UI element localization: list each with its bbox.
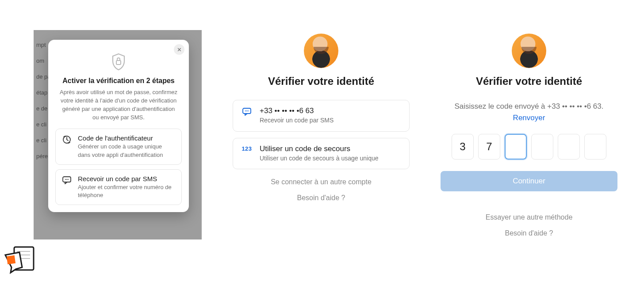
need-help-link[interactable]: Besoin d'aide ?: [441, 229, 617, 237]
option-sms[interactable]: Recevoir un code par SMSAjouter et confi…: [55, 169, 182, 205]
svg-point-3: [65, 179, 66, 180]
code-digit-2[interactable]: 7: [478, 134, 500, 160]
backup-code-icon: 123: [241, 144, 253, 163]
sms-icon: [62, 175, 72, 199]
option-title: Code de l'authentificateur: [78, 134, 175, 142]
code-digit-3[interactable]: [505, 134, 527, 160]
method-title: +33 •• •• •• •6 63: [260, 106, 334, 115]
svg-point-4: [66, 179, 67, 180]
code-digit-6[interactable]: [584, 134, 606, 160]
svg-point-8: [246, 110, 247, 111]
two-step-setup-mockup: mptomde pa pte.étape de tre ce clie cli: [34, 30, 202, 239]
code-instruction-text: Saisissez le code envoyé à +33 •• •• •• …: [455, 102, 604, 110]
switch-account-link[interactable]: Se connecter à un autre compte: [233, 178, 410, 186]
method-sms[interactable]: +33 •• •• •• •6 63Recevoir un code par S…: [233, 100, 410, 132]
svg-point-7: [245, 110, 246, 111]
close-icon: ✕: [177, 46, 182, 53]
svg-point-9: [248, 110, 249, 111]
svg-rect-14: [7, 255, 15, 264]
method-subtitle: Recevoir un code par SMS: [260, 116, 334, 125]
verify-heading: Vérifier votre identité: [233, 75, 410, 87]
resend-link[interactable]: Renvoyer: [513, 114, 545, 122]
two-step-modal: ✕ Activer la vérification en 2 étapes Ap…: [48, 40, 189, 212]
code-input-group: 37: [441, 134, 617, 160]
shield-lock-icon: [111, 53, 126, 71]
verify-identity-choose-method: Vérifier votre identité +33 •• •• •• •6 …: [233, 34, 410, 202]
code-instruction: Saisissez le code envoyé à +33 •• •• •• …: [441, 101, 617, 123]
avatar: [512, 34, 546, 68]
sms-icon: [241, 106, 253, 125]
code-digit-1[interactable]: 3: [452, 134, 474, 160]
method-title: Utiliser un code de secours: [260, 144, 379, 153]
method-backup-code[interactable]: 123Utiliser un code de secoursUtiliser u…: [233, 138, 410, 170]
sticky-note-logo: [3, 243, 37, 276]
code-digit-4[interactable]: [531, 134, 553, 160]
option-authenticator[interactable]: Code de l'authentificateurGénérer un cod…: [55, 129, 182, 164]
verify-heading: Vérifier votre identité: [441, 75, 617, 87]
svg-rect-0: [116, 61, 121, 65]
continue-button[interactable]: Continuer: [441, 171, 617, 191]
close-button[interactable]: ✕: [174, 44, 184, 55]
option-subtitle: Ajouter et confirmer votre numéro de tél…: [78, 183, 175, 199]
option-title: Recevoir un code par SMS: [78, 175, 175, 182]
authenticator-icon: [62, 134, 72, 159]
modal-description: Après avoir utilisé un mot de passe, con…: [55, 88, 182, 122]
avatar: [304, 34, 338, 68]
code-digit-5[interactable]: [558, 134, 580, 160]
need-help-link[interactable]: Besoin d'aide ?: [233, 194, 410, 202]
method-subtitle: Utiliser un code de secours à usage uniq…: [260, 154, 379, 163]
try-another-method-link[interactable]: Essayer une autre méthode: [441, 213, 617, 221]
modal-title: Activer la vérification en 2 étapes: [55, 77, 182, 85]
verify-identity-enter-code: Vérifier votre identité Saisissez le cod…: [441, 34, 617, 237]
svg-point-5: [68, 179, 69, 180]
option-subtitle: Générer un code à usage unique dans votr…: [78, 143, 175, 159]
